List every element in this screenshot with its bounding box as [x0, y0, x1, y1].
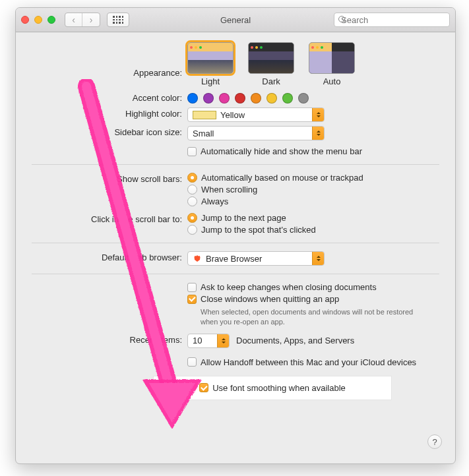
checkbox-icon — [187, 357, 197, 367]
scrollbars-always-radio[interactable]: Always — [187, 196, 439, 206]
forward-button[interactable]: › — [82, 13, 100, 26]
stepper-icon — [312, 108, 324, 121]
minimize-window-button[interactable] — [34, 16, 42, 24]
stepper-icon — [312, 127, 324, 140]
default-browser-label: Default web browser: — [32, 251, 187, 262]
recent-items-suffix: Documents, Apps, and Servers — [236, 336, 354, 345]
allow-handoff-checkbox[interactable]: Allow Handoff between this Mac and your … — [187, 357, 439, 367]
sidebar-size-select[interactable]: Small — [187, 126, 325, 140]
chevron-right-icon: › — [90, 15, 93, 25]
click-scrollbar-label: Click in the scroll bar to: — [32, 213, 187, 224]
back-button[interactable]: ‹ — [65, 13, 82, 26]
checkbox-icon — [187, 283, 197, 292]
accent-purple[interactable] — [203, 93, 214, 104]
search-input[interactable] — [341, 15, 452, 25]
help-button[interactable]: ? — [427, 434, 442, 449]
scrollbars-auto-radio[interactable]: Automatically based on mouse or trackpad — [187, 173, 439, 183]
separator — [32, 243, 439, 243]
auto-hide-menubar-checkbox[interactable]: Automatically hide and show the menu bar — [187, 146, 439, 156]
show-scrollbars-label: Show scroll bars: — [32, 173, 187, 184]
accent-pink[interactable] — [219, 93, 230, 104]
radio-icon — [187, 185, 197, 194]
font-smoothing-highlight: Use font smoothing when available — [154, 376, 391, 400]
highlight-swatch — [193, 111, 216, 119]
accent-graphite[interactable] — [298, 93, 309, 104]
radio-icon — [187, 196, 197, 206]
scrollbars-when-scrolling-radio[interactable]: When scrolling — [187, 185, 439, 194]
accent-green[interactable] — [282, 93, 293, 104]
checkbox-icon — [187, 147, 197, 156]
default-browser-select[interactable]: Brave Browser — [187, 251, 325, 266]
click-scrollbar-spot-radio[interactable]: Jump to the spot that's clicked — [187, 225, 439, 235]
separator — [32, 274, 439, 274]
appearance-option-light[interactable]: Light — [187, 42, 234, 86]
accent-color-label: Accent color: — [32, 92, 187, 103]
checkbox-icon — [187, 295, 197, 304]
recent-items-value: 10 — [193, 336, 202, 345]
close-windows-note: When selected, open documents and window… — [187, 306, 425, 330]
auto-hide-menubar-label: Automatically hide and show the menu bar — [201, 146, 362, 156]
radio-icon — [187, 225, 197, 235]
general-preferences-window: ‹ › General Appearance: Light — [15, 7, 456, 464]
click-scrollbar-next-page-radio[interactable]: Jump to the next page — [187, 213, 439, 223]
close-windows-checkbox[interactable]: Close windows when quitting an app — [187, 294, 439, 304]
font-smoothing-checkbox[interactable]: Use font smoothing when available — [199, 383, 346, 393]
accent-orange[interactable] — [251, 93, 261, 104]
radio-icon — [187, 213, 197, 223]
accent-yellow[interactable] — [266, 93, 277, 104]
titlebar: ‹ › General — [16, 8, 455, 32]
show-all-button[interactable] — [107, 13, 129, 27]
brave-icon — [193, 254, 202, 263]
chevron-left-icon: ‹ — [72, 15, 75, 25]
window-controls — [21, 16, 55, 24]
highlight-color-label: Highlight color: — [32, 107, 187, 119]
recent-items-label: Recent items: — [32, 334, 187, 345]
nav-back-forward: ‹ › — [65, 13, 100, 27]
preferences-content: Appearance: Light Dark Auto — [16, 32, 455, 415]
grid-icon — [113, 16, 123, 24]
appearance-label: Appearance: — [32, 51, 187, 78]
search-field[interactable] — [334, 13, 450, 27]
separator — [32, 164, 439, 165]
highlight-value: Yellow — [220, 110, 245, 120]
stepper-icon — [217, 334, 229, 347]
zoom-window-button[interactable] — [47, 16, 55, 24]
highlight-color-select[interactable]: Yellow — [187, 107, 325, 122]
sidebar-size-label: Sidebar icon size: — [32, 126, 187, 137]
sidebar-size-value: Small — [193, 129, 214, 138]
accent-red[interactable] — [235, 93, 245, 104]
appearance-option-auto[interactable]: Auto — [309, 42, 355, 86]
checkbox-icon — [199, 383, 208, 392]
ask-keep-changes-checkbox[interactable]: Ask to keep changes when closing documen… — [187, 282, 439, 292]
recent-items-select[interactable]: 10 — [187, 334, 230, 348]
close-window-button[interactable] — [21, 16, 29, 24]
appearance-dark-label: Dark — [262, 76, 280, 86]
help-icon: ? — [432, 437, 437, 447]
radio-icon — [187, 173, 197, 183]
appearance-option-dark[interactable]: Dark — [248, 42, 294, 86]
appearance-light-label: Light — [201, 76, 220, 86]
accent-blue[interactable] — [187, 93, 198, 104]
appearance-auto-label: Auto — [323, 76, 341, 86]
stepper-icon — [312, 252, 324, 265]
default-browser-value: Brave Browser — [206, 254, 262, 264]
accent-color-picker — [187, 92, 439, 104]
